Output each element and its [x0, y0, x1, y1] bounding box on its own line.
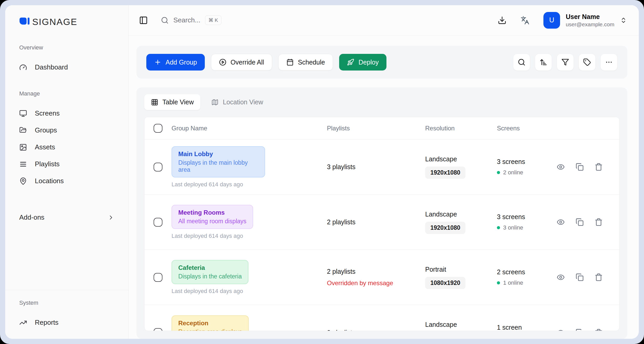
group-card[interactable]: Main Lobby Displays in the main lobby ar… [172, 146, 265, 177]
group-card[interactable]: Reception Reception area displays [172, 315, 249, 331]
avatar: U [543, 12, 560, 29]
tag-button[interactable] [579, 54, 596, 71]
group-description: Displays in the main lobby area [178, 159, 258, 173]
duplicate-group-button[interactable] [576, 273, 584, 281]
more-button[interactable] [600, 54, 617, 71]
view-group-button[interactable] [557, 218, 565, 226]
orientation-label: Landscape [425, 211, 497, 218]
user-menu[interactable]: U User Name user@example.com [543, 12, 627, 29]
sidebar-item-dashboard[interactable]: Dashboard [5, 59, 128, 76]
view-tabs: Table View Location View [144, 94, 620, 110]
duplicate-group-button[interactable] [576, 163, 584, 171]
delete-group-button[interactable] [595, 329, 603, 331]
playlists-count: 2 playlists [327, 329, 425, 331]
tab-location-view[interactable]: Location View [205, 94, 270, 110]
column-screens: Screens [497, 125, 557, 132]
search-input[interactable]: Search... ⌘ K [161, 15, 221, 25]
table-search-button[interactable] [513, 54, 530, 71]
sidebar-item-label: Groups [35, 126, 57, 134]
row-checkbox[interactable] [154, 273, 162, 282]
last-deployed-text: Last deployed 614 days ago [172, 181, 327, 188]
screens-count: 2 screens [497, 268, 557, 276]
filter-icon [561, 58, 569, 66]
view-group-button[interactable] [557, 163, 565, 171]
group-card[interactable]: Meeting Rooms All meeting room displays [172, 205, 253, 229]
sidebar-toggle-button[interactable] [139, 16, 148, 25]
resolution-badge: 1080x1920 [425, 277, 465, 289]
view-group-button[interactable] [557, 329, 565, 331]
desktop-background: SIGNAGE Overview Dashboard Manage Screen… [0, 0, 644, 344]
copy-icon [576, 218, 584, 226]
duplicate-group-button[interactable] [576, 329, 584, 331]
eye-icon [557, 163, 565, 171]
table-row: Cafeteria Displays in the cafeteria Last… [144, 250, 619, 305]
last-deployed-text: Last deployed 614 days ago [172, 233, 327, 239]
sidebar-item-playlists[interactable]: Playlists [5, 156, 128, 173]
sort-button[interactable] [535, 54, 552, 71]
row-checkbox[interactable] [154, 328, 162, 331]
eye-icon [557, 218, 565, 226]
copy-icon [576, 163, 584, 171]
deploy-button[interactable]: Deploy [339, 54, 386, 71]
row-checkbox[interactable] [154, 163, 162, 171]
sidebar-item-label: Screens [35, 109, 60, 117]
override-status: Overridden by message [327, 279, 425, 287]
sidebar-item-assets[interactable]: Assets [5, 139, 128, 156]
group-description: All meeting room displays [178, 218, 246, 225]
duplicate-group-button[interactable] [576, 218, 584, 226]
table-icon [151, 99, 158, 106]
sidebar-item-groups[interactable]: Groups [5, 122, 128, 139]
screens-count: 3 screens [497, 158, 557, 165]
schedule-label: Schedule [298, 59, 325, 66]
sidebar-item-label: Reports [35, 318, 58, 327]
search-placeholder: Search... [173, 16, 200, 24]
view-group-button[interactable] [557, 273, 565, 281]
orientation-label: Landscape [425, 155, 497, 163]
table-body: Main Lobby Displays in the main lobby ar… [144, 139, 619, 331]
sidebar-item-reports[interactable]: Reports [5, 314, 128, 331]
group-description: Reception area displays [178, 328, 242, 331]
delete-group-button[interactable] [595, 273, 603, 281]
column-group-name: Group Name [172, 125, 327, 132]
sidebar-item-locations[interactable]: Locations [5, 173, 128, 189]
online-count: 3 online [503, 224, 523, 231]
image-icon [19, 143, 27, 151]
row-checkbox[interactable] [154, 218, 162, 227]
add-group-button[interactable]: Add Group [146, 54, 205, 71]
tab-table-view-label: Table View [162, 98, 194, 106]
orientation-label: Landscape [425, 321, 497, 328]
download-button[interactable] [498, 16, 507, 25]
sidebar-item-addons[interactable]: Add-ons [5, 208, 128, 227]
override-all-button[interactable]: Override All [211, 54, 272, 71]
table-panel: Table View Location View Group Name Play… [136, 87, 627, 339]
select-all-checkbox[interactable] [154, 124, 162, 133]
eye-icon [557, 273, 565, 281]
screens-count: 3 screens [497, 213, 557, 221]
tab-location-view-label: Location View [223, 98, 263, 106]
add-group-label: Add Group [166, 59, 197, 66]
brand-logo[interactable]: SIGNAGE [5, 17, 128, 27]
group-card[interactable]: Cafeteria Displays in the cafeteria [172, 260, 248, 284]
sidebar: SIGNAGE Overview Dashboard Manage Screen… [5, 5, 129, 339]
language-button[interactable] [521, 16, 529, 25]
trash-icon [595, 273, 603, 281]
tab-table-view[interactable]: Table View [144, 94, 200, 110]
schedule-button[interactable]: Schedule [278, 54, 333, 71]
online-dot [497, 226, 500, 229]
main-area: Search... ⌘ K U User Name [129, 5, 639, 339]
column-resolution: Resolution [425, 125, 497, 132]
calendar-icon [286, 59, 294, 66]
languages-icon [521, 16, 529, 25]
group-name: Meeting Rooms [178, 209, 246, 216]
group-name: Reception [178, 320, 242, 327]
online-count: 2 online [503, 169, 523, 176]
filter-button[interactable] [557, 54, 574, 71]
trash-icon [595, 163, 603, 171]
sidebar-item-screens[interactable]: Screens [5, 105, 128, 122]
group-name: Cafeteria [178, 264, 242, 271]
delete-group-button[interactable] [595, 163, 603, 171]
trash-icon [595, 329, 603, 331]
delete-group-button[interactable] [595, 218, 603, 226]
rocket-icon [347, 59, 354, 66]
brand-name: SIGNAGE [32, 17, 77, 27]
